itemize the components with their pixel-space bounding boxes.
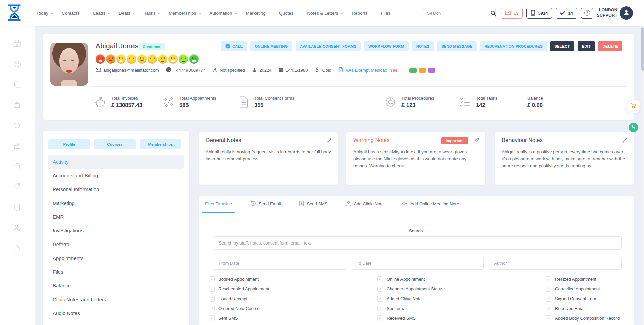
filter-checkbox-row[interactable]: Ordered New Course xyxy=(209,306,377,311)
help-button[interactable]: ? xyxy=(581,8,593,19)
menu-item[interactable]: Accounts and Billing xyxy=(48,169,184,182)
delete-button[interactable]: DELETE xyxy=(598,41,622,51)
calendar-icon[interactable]: 12 xyxy=(13,39,21,48)
cart-fab[interactable] xyxy=(627,100,640,113)
filter-checkbox-row[interactable]: Sent SMS xyxy=(209,315,377,321)
nav-item[interactable]: Contacts xyxy=(62,11,84,16)
nav-item[interactable]: Notes & Letters xyxy=(307,11,342,16)
checkbox-icon[interactable] xyxy=(546,306,551,311)
satisfaction-emoji[interactable] xyxy=(127,54,136,64)
action-button[interactable]: AVAILABLE CONSENT FORMS xyxy=(296,41,361,51)
client-label-swatch[interactable] xyxy=(409,68,417,73)
phone-item[interactable]: +447490009777 xyxy=(166,67,205,73)
client-label-swatch[interactable] xyxy=(419,68,426,73)
filter-checkbox-row[interactable]: Changed Appointment Status xyxy=(377,286,546,292)
cart-icon[interactable] xyxy=(13,162,21,170)
checkbox-icon[interactable] xyxy=(546,276,551,282)
menu-item[interactable]: Referral xyxy=(48,237,184,251)
action-button-dark[interactable]: SELECT xyxy=(550,41,574,51)
author-input[interactable] xyxy=(489,257,622,270)
action-button[interactable]: NOTES xyxy=(412,41,434,51)
checkbox-icon[interactable] xyxy=(209,286,215,292)
nav-item[interactable]: Files xyxy=(381,11,391,16)
checkbox-icon[interactable] xyxy=(546,296,551,302)
gift-icon[interactable] xyxy=(13,142,21,150)
action-button[interactable]: SEND MESSAGE xyxy=(437,41,477,51)
checkbox-icon[interactable] xyxy=(209,296,215,302)
tab-add-clinic-note[interactable]: Add Clinic Note xyxy=(343,196,387,212)
lock-icon[interactable] xyxy=(13,244,21,252)
checkbox-icon[interactable] xyxy=(209,276,215,282)
client-label-swatch[interactable] xyxy=(428,68,435,73)
menu-item[interactable]: Investigations xyxy=(48,224,184,237)
nav-item[interactable]: Tasks xyxy=(144,11,160,16)
menu-item[interactable]: Activity xyxy=(48,155,184,169)
filter-checkbox-row[interactable]: Online Appointment xyxy=(377,276,546,282)
nav-item[interactable]: Deals xyxy=(119,11,135,16)
filter-checkbox-row[interactable]: Added Clinic Note xyxy=(377,296,546,302)
checkbox-icon[interactable] xyxy=(546,286,551,292)
menu-item[interactable]: Balance xyxy=(48,279,184,292)
sms-badge[interactable]: 5914 xyxy=(526,8,552,19)
menu-item[interactable]: Drinks xyxy=(48,320,184,325)
checkbox-icon[interactable] xyxy=(377,296,383,302)
satisfaction-emoji[interactable] xyxy=(96,54,105,64)
satisfaction-emoji[interactable] xyxy=(158,54,167,64)
filter-checkbox-row[interactable]: Signed Consent Form xyxy=(546,296,627,302)
nav-item[interactable]: Leads xyxy=(93,11,110,16)
checkbox-icon[interactable] xyxy=(377,315,383,321)
tag-icon[interactable] xyxy=(13,182,21,191)
filter-checkbox-row[interactable]: Issued Receipt xyxy=(209,296,377,302)
scrollbar-thumb[interactable] xyxy=(641,27,644,71)
filter-checkbox-row[interactable]: Received Email xyxy=(546,306,627,311)
filter-checkbox-row[interactable]: Rescheduled Appointment xyxy=(209,286,377,292)
search-icon[interactable] xyxy=(490,8,496,18)
user-avatar[interactable] xyxy=(620,6,633,20)
filter-checkbox-row[interactable]: Booked Appointment xyxy=(209,276,377,282)
nav-item[interactable]: Today xyxy=(36,11,53,16)
action-button[interactable]: ONLINE MEETING xyxy=(250,41,292,51)
scrollbar-track[interactable] xyxy=(641,26,644,325)
menu-item[interactable]: Personal Information xyxy=(48,182,184,196)
satisfaction-emoji[interactable] xyxy=(168,54,178,64)
satisfaction-emoji[interactable] xyxy=(106,54,115,64)
nav-item[interactable]: Quotes xyxy=(279,11,298,16)
to-date-input[interactable] xyxy=(352,257,484,270)
email-item[interactable]: abigailjones@mailinator.com xyxy=(96,68,159,73)
filter-checkbox-row[interactable]: Sent email xyxy=(377,306,546,311)
pencil-icon[interactable] xyxy=(326,137,332,143)
checkbox-icon[interactable] xyxy=(377,306,383,311)
nav-item[interactable]: Reports xyxy=(352,11,372,16)
global-search-input[interactable] xyxy=(423,8,490,18)
tab-add-online-meeting-note[interactable]: Add Online Meeting Note xyxy=(399,196,462,212)
nav-item[interactable]: Marketing xyxy=(246,11,270,16)
user-clock-icon[interactable] xyxy=(13,223,21,232)
call-button[interactable]: CALL xyxy=(221,41,247,51)
checkbox-icon[interactable] xyxy=(209,306,215,311)
action-button-dark[interactable]: EDIT xyxy=(578,41,595,51)
hourglass-logo[interactable] xyxy=(7,4,21,23)
bag-icon[interactable] xyxy=(13,101,21,109)
from-date-input[interactable] xyxy=(214,257,346,270)
pencil-icon[interactable] xyxy=(622,137,628,143)
action-button[interactable]: WORKFLOW FORM xyxy=(364,41,409,51)
menu-item[interactable]: Audio Notes xyxy=(48,306,184,320)
tab-courses[interactable]: Courses xyxy=(94,139,136,149)
phone-fab[interactable] xyxy=(629,123,638,132)
mail-badge[interactable]: 13 xyxy=(501,8,523,19)
pencil-icon[interactable] xyxy=(474,137,480,143)
package-icon[interactable] xyxy=(13,60,21,68)
filter-checkbox-row[interactable]: Cancelled Appointment xyxy=(546,286,627,292)
vat-exempt-item[interactable]: VAT Exempt Medical:Yes xyxy=(338,67,397,73)
history-icon[interactable] xyxy=(13,121,21,129)
timeline-search-input[interactable] xyxy=(214,236,622,250)
tab-send-sms[interactable]: Send SMS xyxy=(296,196,330,212)
checkbox-icon[interactable] xyxy=(546,315,551,321)
tasks-badge[interactable]: 14 xyxy=(556,8,577,19)
satisfaction-emoji[interactable] xyxy=(137,54,147,64)
tab-profile[interactable]: Profile xyxy=(48,139,90,149)
report-icon[interactable] xyxy=(13,203,21,211)
checkbox-icon[interactable] xyxy=(377,286,383,292)
checkbox-icon[interactable] xyxy=(377,276,383,282)
satisfaction-emoji[interactable] xyxy=(148,54,157,64)
